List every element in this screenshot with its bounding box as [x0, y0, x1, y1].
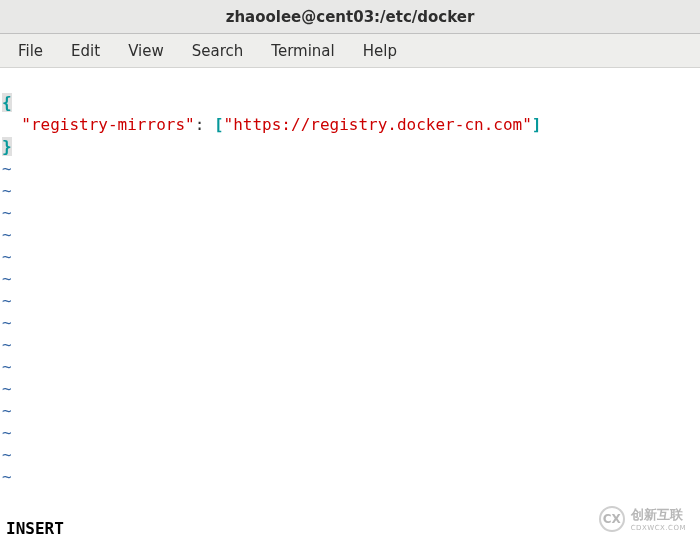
- vim-tilde: ~: [2, 247, 12, 266]
- json-key: "registry-mirrors": [21, 115, 194, 134]
- vim-tilde: ~: [2, 401, 12, 420]
- vim-tilde: ~: [2, 269, 12, 288]
- watermark: CX 创新互联 CDXWCX.COM: [595, 504, 690, 534]
- vim-tilde: ~: [2, 203, 12, 222]
- menu-view[interactable]: View: [114, 36, 178, 66]
- watermark-text: 创新互联 CDXWCX.COM: [631, 506, 686, 532]
- menu-file[interactable]: File: [4, 36, 57, 66]
- watermark-icon: CX: [599, 506, 625, 532]
- json-open-bracket: [: [214, 115, 224, 134]
- menu-search[interactable]: Search: [178, 36, 258, 66]
- menu-help[interactable]: Help: [349, 36, 411, 66]
- json-value: "https://registry.docker-cn.com": [224, 115, 532, 134]
- vim-tilde: ~: [2, 445, 12, 464]
- vim-tilde: ~: [2, 423, 12, 442]
- window-titlebar: zhaoolee@cent03:/etc/docker: [0, 0, 700, 34]
- vim-tilde: ~: [2, 225, 12, 244]
- json-open-brace: {: [2, 93, 12, 112]
- terminal-editor[interactable]: { "registry-mirrors": ["https://registry…: [0, 68, 700, 544]
- json-close-bracket: ]: [532, 115, 542, 134]
- vim-tilde: ~: [2, 335, 12, 354]
- vim-tilde: ~: [2, 181, 12, 200]
- vim-tilde: ~: [2, 467, 12, 486]
- window-title: zhaoolee@cent03:/etc/docker: [226, 8, 475, 26]
- json-colon: :: [195, 115, 214, 134]
- watermark-pinyin: CDXWCX.COM: [631, 524, 686, 532]
- vim-tilde: ~: [2, 313, 12, 332]
- vim-tilde: ~: [2, 379, 12, 398]
- vim-tilde: ~: [2, 357, 12, 376]
- watermark-chinese: 创新互联: [631, 507, 683, 522]
- menu-edit[interactable]: Edit: [57, 36, 114, 66]
- json-close-brace: }: [2, 137, 12, 156]
- vim-tilde: ~: [2, 159, 12, 178]
- menubar: File Edit View Search Terminal Help: [0, 34, 700, 68]
- menu-terminal[interactable]: Terminal: [257, 36, 348, 66]
- vim-tilde: ~: [2, 291, 12, 310]
- vim-mode-status: INSERT: [6, 518, 64, 540]
